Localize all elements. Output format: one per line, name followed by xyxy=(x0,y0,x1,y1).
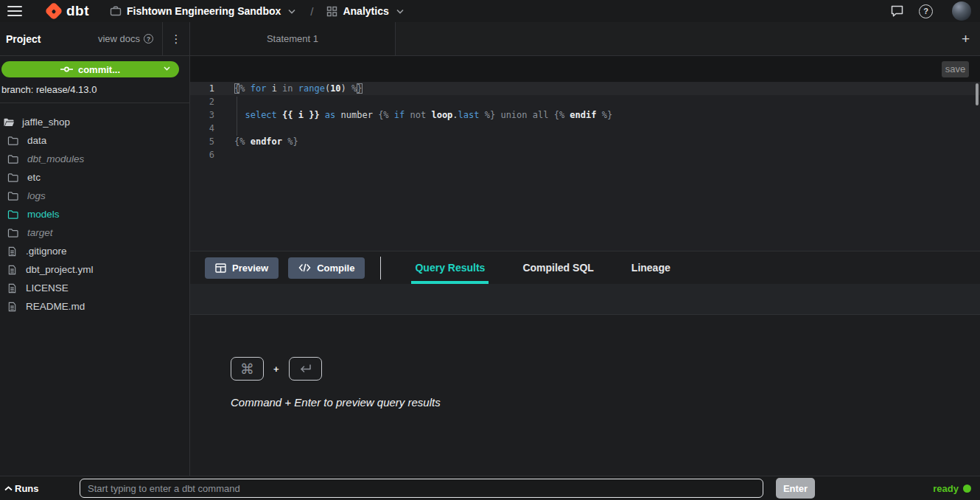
tree-item--gitignore[interactable]: .gitignore xyxy=(0,242,189,260)
chevron-down-icon xyxy=(164,66,170,71)
tree-item-label: dbt_project.yml xyxy=(26,264,94,275)
results-tabs: Query ResultsCompiled SQLLineage xyxy=(411,251,673,284)
enter-key-icon xyxy=(289,357,322,381)
tree-item-jaffle-shop[interactable]: jaffle_shop xyxy=(0,113,189,131)
code-line: 3 select {{ i }} as number {% if not loo… xyxy=(190,108,980,122)
code-text: {% endfor %} xyxy=(224,135,298,148)
code-text: select {{ i }} as number {% if not loop.… xyxy=(224,108,612,122)
tree-item-license[interactable]: LICENSE xyxy=(0,279,189,297)
results-subheader xyxy=(190,284,980,315)
tab-lineage[interactable]: Lineage xyxy=(628,251,674,284)
tree-item-label: models xyxy=(27,209,60,220)
code-line: 5{% endfor %} xyxy=(190,135,980,148)
tree-item-dbt-project-yml[interactable]: dbt_project.yml xyxy=(0,260,189,279)
runs-toggle[interactable]: Runs xyxy=(4,483,80,494)
tree-item-label: logs xyxy=(27,190,46,201)
results-content: ⌘ + Command + Enter to preview query res… xyxy=(190,315,980,476)
line-number: 3 xyxy=(190,108,224,122)
tree-item-models[interactable]: models xyxy=(0,205,189,223)
line-number: 5 xyxy=(190,135,224,148)
folder-open-icon xyxy=(3,117,15,127)
file-icon xyxy=(7,246,17,257)
command-bar: Runs Enter ready xyxy=(0,476,980,500)
tree-item-label: etc xyxy=(27,172,41,183)
folder-icon xyxy=(7,191,18,201)
tree-item-label: README.md xyxy=(26,301,85,312)
tree-item-label: target xyxy=(27,227,53,238)
code-editor[interactable]: 1{% for i in range(10) %}23 select {{ i … xyxy=(190,82,980,251)
dbt-logo-icon xyxy=(44,1,63,20)
tree-item-readme-md[interactable]: README.md xyxy=(0,297,189,316)
tree-item-label: dbt_modules xyxy=(27,153,84,164)
help-circle-icon: ? xyxy=(144,34,153,44)
folder-icon xyxy=(7,136,18,145)
chevron-down-icon xyxy=(288,9,295,14)
line-number: 2 xyxy=(190,95,224,108)
add-tab-icon[interactable]: + xyxy=(962,22,970,55)
ready-dot-icon xyxy=(963,485,971,493)
folder-icon xyxy=(7,173,18,182)
indent-guide xyxy=(237,97,237,136)
tab-query-results[interactable]: Query Results xyxy=(411,251,489,284)
commit-button[interactable]: commit... xyxy=(1,61,179,77)
tab-compiled-sql[interactable]: Compiled SQL xyxy=(519,251,597,284)
top-app-bar: dbt Fishtown Engineering Sandbox / Analy… xyxy=(0,0,980,22)
shortcut-hint: ⌘ + Command + Enter to preview query res… xyxy=(231,357,980,409)
tab-statement-1[interactable]: Statement 1 xyxy=(190,22,396,55)
workspace-selector[interactable]: Fishtown Engineering Sandbox xyxy=(110,5,295,17)
command-key-icon: ⌘ xyxy=(231,357,264,381)
folder-icon xyxy=(7,154,18,164)
tree-item-data[interactable]: data xyxy=(0,131,189,150)
menu-icon[interactable] xyxy=(7,6,22,16)
project-selector[interactable]: Analytics xyxy=(326,5,403,17)
editor-scrollbar[interactable] xyxy=(976,83,979,105)
status-badge: ready xyxy=(933,483,971,494)
code-line: 6 xyxy=(190,148,980,162)
code-text xyxy=(224,95,234,108)
tree-item-label: data xyxy=(27,135,46,146)
file-icon xyxy=(7,265,17,275)
compile-button[interactable]: Compile xyxy=(288,257,365,279)
enter-button[interactable]: Enter xyxy=(776,478,815,499)
avatar[interactable] xyxy=(952,1,971,21)
editor-pane: Statement 1 + save 1{% for i in range(10… xyxy=(190,22,980,476)
chevron-up-icon xyxy=(4,486,13,491)
chevron-down-icon xyxy=(396,9,404,14)
file-icon xyxy=(7,302,17,312)
code-line: 1{% for i in range(10) %} xyxy=(190,82,980,95)
file-tree: jaffle_shopdatadbt_modulesetclogsmodelst… xyxy=(0,103,189,316)
dbt-command-input[interactable] xyxy=(80,479,763,498)
help-icon[interactable]: ? xyxy=(919,4,933,18)
tree-item-label: jaffle_shop xyxy=(22,117,70,128)
project-name: Analytics xyxy=(343,5,388,17)
tree-item-logs[interactable]: logs xyxy=(0,187,189,205)
chat-icon[interactable] xyxy=(890,4,904,18)
tree-item-dbt-modules[interactable]: dbt_modules xyxy=(0,150,189,168)
editor-tabbar: Statement 1 + xyxy=(190,22,980,56)
code-icon xyxy=(298,263,311,272)
main-area: Project view docs ? ⋮ commit... branch: … xyxy=(0,22,980,476)
workspace-name: Fishtown Engineering Sandbox xyxy=(127,5,281,17)
divider xyxy=(380,257,381,279)
tree-item-target[interactable]: target xyxy=(0,223,189,242)
results-header: Preview Compile Query ResultsCompiled SQ… xyxy=(190,251,980,284)
code-line: 2 xyxy=(190,95,980,108)
file-explorer-sidebar: Project view docs ? ⋮ commit... branch: … xyxy=(0,22,190,476)
dbt-logo: dbt xyxy=(47,3,89,19)
tree-item-etc[interactable]: etc xyxy=(0,168,189,187)
folder-icon xyxy=(7,209,18,219)
preview-button[interactable]: Preview xyxy=(205,257,279,279)
code-text xyxy=(224,122,234,135)
git-section: commit... branch: release/4.13.0 xyxy=(0,56,189,103)
branch-label: branch: release/4.13.0 xyxy=(1,84,189,95)
table-icon xyxy=(215,263,226,273)
tree-item-label: LICENSE xyxy=(26,282,69,294)
line-number: 4 xyxy=(190,122,224,135)
git-commit-icon xyxy=(60,66,73,73)
save-button[interactable]: save xyxy=(942,61,969,77)
briefcase-icon xyxy=(110,5,122,17)
tree-item-label: .gitignore xyxy=(26,246,67,257)
shortcut-hint-text: Command + Enter to preview query results xyxy=(231,396,980,409)
kebab-menu-icon[interactable]: ⋮ xyxy=(162,22,189,55)
view-docs-link[interactable]: view docs ? xyxy=(98,33,153,44)
